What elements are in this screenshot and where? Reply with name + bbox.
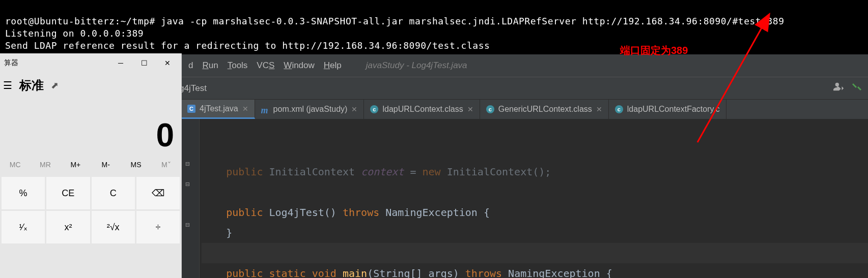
calculator-display: 0 <box>0 98 181 154</box>
key-divide[interactable]: ÷ <box>136 211 180 243</box>
tab-genericurlcontext[interactable]: c GenericURLContext.class ✕ <box>480 100 609 119</box>
menu-help[interactable]: Help <box>324 60 342 71</box>
calculator-keypad: % CE C ⌫ ¹⁄ₓ x² ²√x ÷ <box>0 175 181 245</box>
calculator-titlebar[interactable]: 算器 ─ ☐ ✕ <box>0 53 181 73</box>
tab-label: 4jTest.java <box>200 104 238 113</box>
calculator-title: 算器 <box>4 58 18 68</box>
mem-mplus[interactable]: M+ <box>61 154 91 175</box>
gutter: ⊟ ⊟ ⊟ <box>181 119 200 278</box>
terminal-line-1: root@Ubuntu-bitterz:~/tmp# java -cp mars… <box>5 16 784 26</box>
maven-icon: m <box>261 105 269 113</box>
hammer-icon[interactable] <box>852 82 862 95</box>
user-icon[interactable] <box>833 82 845 94</box>
breadcrumb[interactable]: g4jTest <box>179 83 207 94</box>
mem-mv: M˅ <box>151 154 181 175</box>
terminal-output: root@Ubuntu-bitterz:~/tmp# java -cp mars… <box>0 0 868 54</box>
keep-on-top-icon[interactable]: ⬈ <box>51 80 59 91</box>
hamburger-icon[interactable]: ☰ <box>3 79 12 91</box>
calculator-mode: 标准 <box>19 77 44 94</box>
menu-tools[interactable]: Tools <box>228 60 248 71</box>
menu-window[interactable]: Window <box>284 60 314 71</box>
mem-mc: MC <box>0 154 30 175</box>
mem-ms[interactable]: MS <box>121 154 151 175</box>
class-file-icon: c <box>486 105 494 113</box>
menu-vcs[interactable]: VCS <box>257 60 274 71</box>
menu-build[interactable]: d <box>188 60 193 71</box>
memory-row: MC MR M+ M- MS M˅ <box>0 154 181 175</box>
minimize-button[interactable]: ─ <box>109 55 132 71</box>
fold-icon[interactable]: ⊟ <box>185 214 189 235</box>
key-square[interactable]: x² <box>46 211 90 243</box>
tab-label: ldapURLContext.class <box>382 105 463 114</box>
tab-log4jtest[interactable]: C 4jTest.java ✕ <box>181 100 255 119</box>
code-editor[interactable]: ⊟ ⊟ ⊟ public InitialContext context = ne… <box>181 119 868 278</box>
annotation-text: 端口固定为389 <box>620 44 688 57</box>
tab-ldapurlcontext[interactable]: c ldapURLContext.class ✕ <box>364 100 480 119</box>
close-icon[interactable]: ✕ <box>242 105 248 113</box>
mem-mr: MR <box>30 154 60 175</box>
tab-label: pom.xml (javaStudy) <box>273 105 348 114</box>
class-file-icon: c <box>615 105 623 113</box>
close-icon[interactable]: ✕ <box>596 105 602 113</box>
fold-icon[interactable]: ⊟ <box>185 153 189 174</box>
close-button[interactable]: ✕ <box>156 55 179 71</box>
tab-label: GenericURLContext.class <box>498 105 592 114</box>
menu-run[interactable]: Run <box>202 60 218 71</box>
terminal-line-3: Send LDAP reference result for a redirec… <box>5 40 490 51</box>
close-icon[interactable]: ✕ <box>351 105 357 113</box>
key-inverse[interactable]: ¹⁄ₓ <box>2 211 45 243</box>
key-c[interactable]: C <box>92 177 135 209</box>
maximize-button[interactable]: ☐ <box>132 55 156 71</box>
close-icon[interactable]: ✕ <box>467 105 473 113</box>
tab-ldapurlcontextfactory[interactable]: c ldapURLContextFactory.c <box>609 100 726 119</box>
tab-label: ldapURLContextFactory.c <box>627 105 720 114</box>
terminal-line-2: Listening on 0.0.0.0:389 <box>5 28 144 39</box>
key-ce[interactable]: CE <box>46 177 90 209</box>
key-backspace[interactable]: ⌫ <box>136 177 180 209</box>
fold-icon[interactable]: ⊟ <box>185 174 189 194</box>
key-sqrt[interactable]: ²√x <box>92 211 135 243</box>
window-title: javaStudy - Log4jTest.java <box>366 60 467 71</box>
mem-mminus[interactable]: M- <box>91 154 121 175</box>
key-percent[interactable]: % <box>2 177 45 209</box>
class-file-icon: c <box>370 105 378 113</box>
calculator-window: 算器 ─ ☐ ✕ ☰ 标准 ⬈ 0 MC MR M+ M- MS M˅ % CE… <box>0 53 182 278</box>
java-class-icon: C <box>187 105 195 113</box>
tab-pom[interactable]: m pom.xml (javaStudy) ✕ <box>255 100 365 119</box>
